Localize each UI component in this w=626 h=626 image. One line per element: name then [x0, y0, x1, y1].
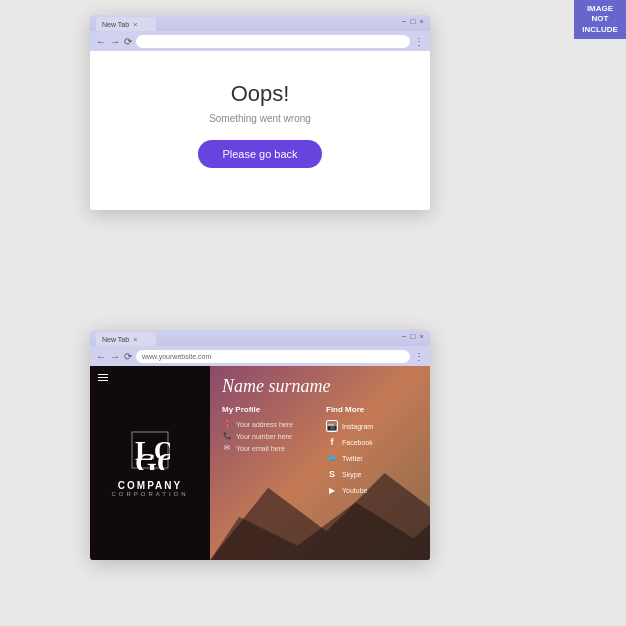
skype-text: Skype [342, 471, 361, 478]
company-logo: LO GO [130, 430, 170, 470]
profile-overlay: Name surname My Profile 📍 Your address h… [210, 366, 430, 560]
profile-columns: My Profile 📍 Your address here 📞 Your nu… [222, 405, 418, 500]
win-maximize-2[interactable]: □ [410, 332, 415, 341]
location-icon: 📍 [222, 420, 232, 428]
address-bar-2[interactable]: www.yourwebsite.com [136, 350, 410, 363]
browser-toolbar-1: ← → ⟳ ⋮ [90, 31, 430, 51]
error-title: Oops! [110, 81, 410, 107]
logo-container: LO GO [130, 430, 170, 474]
tab-close-2[interactable]: × [133, 335, 138, 344]
company-sub: CORPORATION [111, 491, 188, 497]
browser-chrome-1: New Tab × − □ × ← → ⟳ ⋮ [90, 15, 430, 51]
menu-dots-2[interactable]: ⋮ [414, 351, 424, 362]
forward-btn-1[interactable]: → [110, 36, 120, 47]
phone-text: Your number here [236, 433, 292, 440]
tab-label-2: New Tab [102, 336, 129, 343]
refresh-btn-2[interactable]: ⟳ [124, 351, 132, 362]
social-item-facebook[interactable]: f Facebook [326, 436, 418, 448]
twitter-icon: 🐦 [326, 452, 338, 464]
browser-tab-2[interactable]: New Tab × [96, 332, 156, 346]
find-more-header: Find More [326, 405, 418, 414]
my-profile-column: My Profile 📍 Your address here 📞 Your nu… [222, 405, 314, 500]
badge-text: IMAGENOTINCLUDE [582, 4, 618, 34]
error-content: Oops! Something went wrong Please go bac… [90, 51, 430, 198]
social-item-twitter[interactable]: 🐦 Twitter [326, 452, 418, 464]
browser-window-2: New Tab × − □ × ← → ⟳ www.yourwebsite.co… [90, 330, 430, 560]
image-badge: IMAGENOTINCLUDE [574, 0, 626, 39]
instagram-icon: 📷 [326, 420, 338, 432]
address-text-2: www.yourwebsite.com [142, 353, 211, 360]
profile-item-phone: 📞 Your number here [222, 432, 314, 440]
svg-text:GO: GO [135, 447, 170, 470]
name-title: Name surname [222, 376, 418, 397]
forward-btn-2[interactable]: → [110, 351, 120, 362]
browser-toolbar-2: ← → ⟳ www.yourwebsite.com ⋮ [90, 346, 430, 366]
facebook-text: Facebook [342, 439, 373, 446]
social-item-youtube[interactable]: ▶ Youtube [326, 484, 418, 496]
skype-icon: S [326, 468, 338, 480]
email-icon: ✉ [222, 444, 232, 452]
profile-right-panel: Name surname My Profile 📍 Your address h… [210, 366, 430, 560]
email-text: Your email here [236, 445, 285, 452]
facebook-icon: f [326, 436, 338, 448]
profile-item-address: 📍 Your address here [222, 420, 314, 428]
window-controls-1: − □ × [402, 17, 424, 26]
tab-label-1: New Tab [102, 21, 129, 28]
address-text: Your address here [236, 421, 293, 428]
hamburger-menu[interactable] [98, 374, 108, 381]
browser-window-1: New Tab × − □ × ← → ⟳ ⋮ Oops! Something … [90, 15, 430, 210]
company-name: COMPANY [118, 480, 182, 491]
menu-dots-1[interactable]: ⋮ [414, 36, 424, 47]
youtube-icon: ▶ [326, 484, 338, 496]
win-maximize-1[interactable]: □ [410, 17, 415, 26]
go-back-button[interactable]: Please go back [198, 140, 321, 168]
win-close-1[interactable]: × [419, 17, 424, 26]
back-btn-2[interactable]: ← [96, 351, 106, 362]
tab-close-1[interactable]: × [133, 20, 138, 29]
win-close-2[interactable]: × [419, 332, 424, 341]
twitter-text: Twitter [342, 455, 363, 462]
error-subtitle: Something went wrong [110, 113, 410, 124]
profile-item-email: ✉ Your email here [222, 444, 314, 452]
win-minimize-1[interactable]: − [402, 17, 407, 26]
phone-icon: 📞 [222, 432, 232, 440]
profile-left-panel: LO GO COMPANY CORPORATION [90, 366, 210, 560]
my-profile-header: My Profile [222, 405, 314, 414]
social-item-instagram[interactable]: 📷 Instagram [326, 420, 418, 432]
browser-tab-1[interactable]: New Tab × [96, 17, 156, 31]
win-minimize-2[interactable]: − [402, 332, 407, 341]
browser-chrome-2: New Tab × − □ × ← → ⟳ www.yourwebsite.co… [90, 330, 430, 366]
address-bar-1[interactable] [136, 35, 410, 48]
profile-content: LO GO COMPANY CORPORATION Name surname [90, 366, 430, 560]
youtube-text: Youtube [342, 487, 367, 494]
find-more-column: Find More 📷 Instagram f Facebook 🐦 Twitt… [326, 405, 418, 500]
back-btn-1[interactable]: ← [96, 36, 106, 47]
instagram-text: Instagram [342, 423, 373, 430]
social-item-skype[interactable]: S Skype [326, 468, 418, 480]
refresh-btn-1[interactable]: ⟳ [124, 36, 132, 47]
window-controls-2: − □ × [402, 332, 424, 341]
